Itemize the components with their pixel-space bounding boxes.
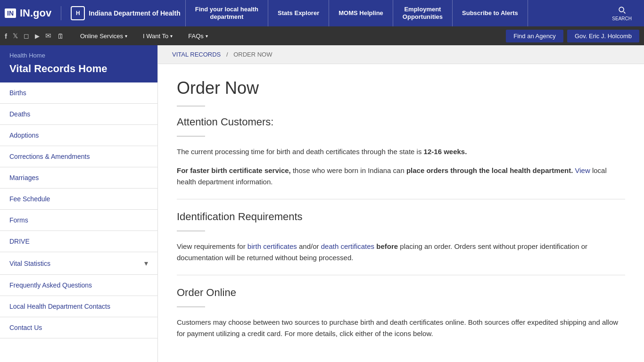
sidebar-item-births: Births (0, 82, 157, 104)
breadcrumb-current: ORDER NOW (233, 51, 272, 58)
sidebar-link-faq[interactable]: Frequently Asked Questions (0, 275, 157, 296)
section1-place-orders-bold: place orders through the local health de… (406, 166, 573, 174)
sidebar-item-fee-schedule: Fee Schedule (0, 189, 157, 210)
sidebar-item-local-health: Local Health Department Contacts (0, 296, 157, 317)
site-logo[interactable]: IN IN.gov (5, 7, 51, 19)
gov-button[interactable]: Gov. Eric J. Holcomb (567, 30, 639, 42)
sidebar-link-marriages[interactable]: Marriages (0, 167, 157, 188)
section2-para: View requirements for birth certificates… (177, 241, 625, 263)
sidebar-link-forms[interactable]: Forms (0, 210, 157, 230)
main-nav-menu: Online Services ▾ I Want To ▾ FAQs ▾ (74, 26, 215, 45)
find-agency-button[interactable]: Find an Agency (506, 30, 563, 42)
sidebar-link-corrections[interactable]: Corrections & Amendments (0, 146, 157, 167)
sidebar-item-marriages: Marriages (0, 167, 157, 189)
sidebar-title: Vital Records Home (9, 59, 148, 82)
top-nav: Find your local health department Stats … (185, 0, 605, 26)
death-certificates-link[interactable]: death certificates (321, 242, 374, 250)
sidebar-item-forms: Forms (0, 210, 157, 231)
top-nav-employment[interactable]: Employment Opportunities (393, 0, 452, 26)
main-layout: Health Home Vital Records Home Births De… (0, 45, 644, 362)
section1-faster-bold: For faster birth certificate service, (177, 166, 291, 174)
section1-divider (177, 136, 205, 137)
birth-certificates-link[interactable]: birth certificates (248, 242, 297, 250)
sidebar-item-adoptions: Adoptions (0, 125, 157, 146)
sidebar-link-births[interactable]: Births (0, 82, 157, 103)
section3-para: Customers may choose between two sources… (177, 317, 625, 339)
section2-before-bold: before (374, 242, 398, 250)
sidebar-nav: Births Deaths Adoptions Corrections & Am… (0, 82, 157, 338)
sidebar-link-drive[interactable]: DRIVE (0, 231, 157, 252)
sidebar-item-corrections: Corrections & Amendments (0, 146, 157, 167)
sidebar-header: Health Home Vital Records Home (0, 45, 157, 82)
breadcrumb-separator: / (226, 51, 228, 58)
sidebar-item-faq: Frequently Asked Questions (0, 275, 157, 296)
online-services-menu[interactable]: Online Services ▾ (74, 26, 134, 45)
twitter-icon[interactable]: 𝕏 (13, 32, 18, 40)
between-section-divider-1 (177, 199, 625, 199)
top-nav-subscribe[interactable]: Subscribe to Alerts (452, 0, 528, 26)
sidebar-link-deaths[interactable]: Deaths (0, 104, 157, 124)
section2-text-pre: View requirements for (177, 242, 248, 250)
breadcrumb: VITAL RECORDS / ORDER NOW (158, 45, 644, 64)
between-section-divider-2 (177, 275, 625, 275)
instagram-icon[interactable]: ◻ (24, 32, 29, 40)
title-divider (177, 106, 205, 107)
search-label: SEARCH (612, 16, 632, 21)
sidebar-item-deaths: Deaths (0, 104, 157, 125)
page-title: Order Now (177, 78, 625, 98)
email-icon[interactable]: ✉ (45, 32, 51, 40)
breadcrumb-vital-records[interactable]: VITAL RECORDS (172, 51, 221, 58)
sidebar-link-local-health[interactable]: Local Health Department Contacts (0, 296, 157, 317)
search-button[interactable]: SEARCH (604, 5, 639, 21)
sidebar-link-fee-schedule[interactable]: Fee Schedule (0, 189, 157, 209)
health-home-link[interactable]: Health Home (9, 52, 148, 59)
section1-view-link[interactable]: View (575, 166, 590, 174)
main-content: VITAL RECORDS / ORDER NOW Order Now Atte… (158, 45, 644, 362)
sidebar: Health Home Vital Records Home Births De… (0, 45, 158, 362)
top-nav-moms-helpline[interactable]: MOMS Helpline (329, 0, 393, 26)
logo-text: IN.gov (20, 7, 51, 19)
dept-name-block: H Indiana Department of Health (61, 6, 180, 20)
top-nav-stats-explorer[interactable]: Stats Explorer (268, 0, 329, 26)
faqs-menu[interactable]: FAQs ▾ (182, 26, 215, 45)
right-buttons: Find an Agency Gov. Eric J. Holcomb (506, 30, 639, 42)
dept-icon: H (71, 6, 85, 20)
section1-para1: The current processing time for birth an… (177, 146, 625, 157)
i-want-to-arrow: ▾ (170, 33, 173, 39)
content-body: Order Now Attention Customers: The curre… (158, 64, 644, 361)
section1-text2-mid: those who were born in Indiana can (293, 166, 406, 174)
section1-para2: For faster birth certificate service, th… (177, 165, 625, 188)
sidebar-item-drive: DRIVE (0, 231, 157, 252)
in-icon: IN (5, 8, 16, 18)
section1-text-pre: The current processing time for birth an… (177, 148, 424, 156)
section2-text-mid: and/or (297, 242, 321, 250)
section2-divider (177, 230, 205, 231)
facebook-icon[interactable]: f (5, 32, 7, 40)
i-want-to-menu[interactable]: I Want To ▾ (136, 26, 179, 45)
expand-icon-vital-statistics: ▾ (144, 259, 148, 268)
faqs-arrow: ▾ (206, 33, 208, 39)
online-services-arrow: ▾ (125, 33, 127, 39)
social-icons: f 𝕏 ◻ ▶ ✉ 🗓 (5, 32, 64, 40)
sidebar-item-vital-statistics: Vital Statistics ▾ (0, 252, 157, 275)
sidebar-link-vital-statistics[interactable]: Vital Statistics ▾ (0, 252, 157, 274)
section3-title: Order Online (177, 287, 625, 299)
calendar-icon[interactable]: 🗓 (57, 32, 64, 40)
section2-title: Identification Requirements (177, 211, 625, 223)
section1-title: Attention Customers: (177, 116, 625, 128)
section3-divider (177, 306, 205, 307)
section1-bold: 12-16 weeks. (424, 148, 467, 156)
secondary-nav: f 𝕏 ◻ ▶ ✉ 🗓 Online Services ▾ I Want To … (0, 26, 644, 45)
sidebar-link-adoptions[interactable]: Adoptions (0, 125, 157, 146)
top-bar: IN IN.gov H Indiana Department of Health… (0, 0, 644, 26)
top-nav-find-local[interactable]: Find your local health department (185, 0, 268, 26)
sidebar-item-contact-us: Contact Us (0, 317, 157, 338)
youtube-icon[interactable]: ▶ (35, 33, 40, 40)
dept-name: Indiana Department of Health (89, 9, 180, 17)
sidebar-link-contact-us[interactable]: Contact Us (0, 317, 157, 338)
